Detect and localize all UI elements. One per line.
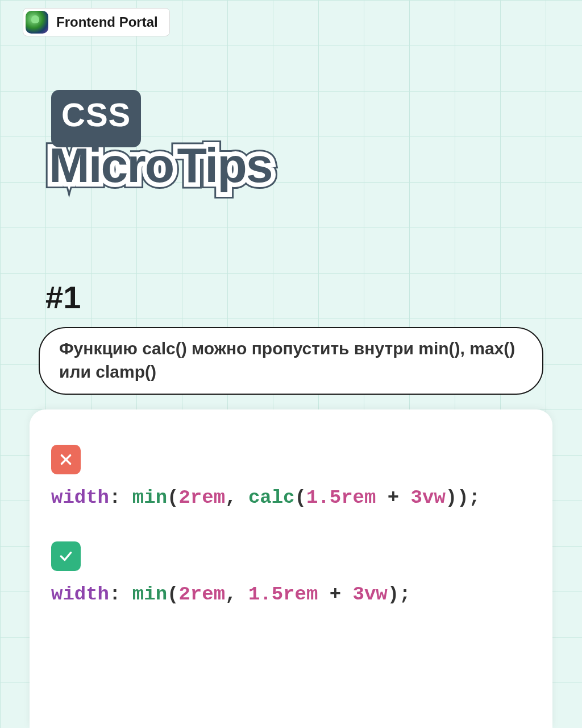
code-card: width: min(2rem, calc(1.5rem + 3vw)); wi… <box>30 410 552 728</box>
channel-header: Frontend Portal <box>23 8 170 36</box>
title-block: CSS MicroTips MicroTips <box>51 90 272 193</box>
code-good: width: min(2rem, 1.5rem + 3vw); <box>51 584 531 605</box>
channel-avatar <box>26 11 48 34</box>
title-badge: CSS <box>51 90 141 147</box>
code-bad: width: min(2rem, calc(1.5rem + 3vw)); <box>51 487 531 508</box>
channel-name: Frontend Portal <box>56 14 158 30</box>
tip-number: #1 <box>45 279 81 316</box>
cross-icon <box>51 445 81 474</box>
tip-bubble: Функцию calc() можно пропустить внутри m… <box>39 327 543 395</box>
check-icon <box>51 541 81 571</box>
tip-text: Функцию calc() можно пропустить внутри m… <box>59 337 523 383</box>
